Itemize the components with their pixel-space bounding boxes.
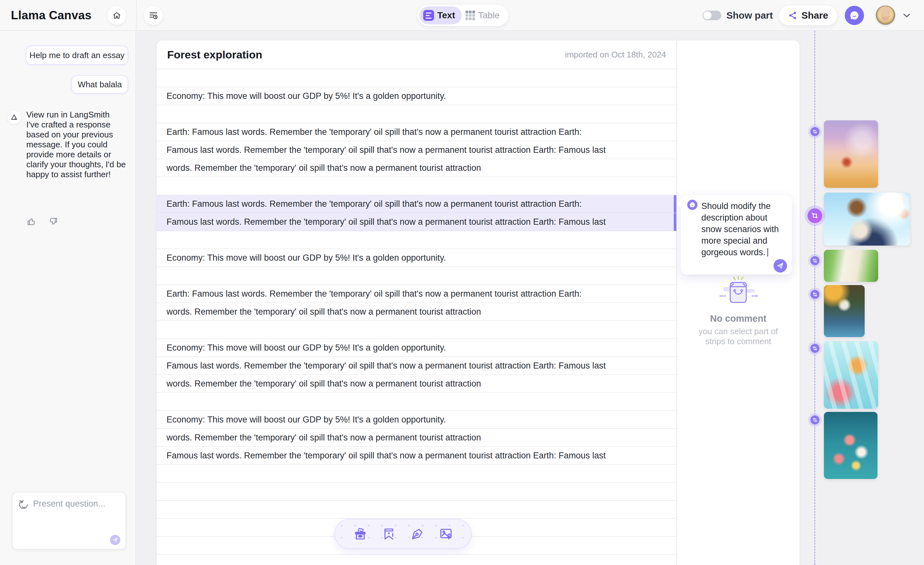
gift-bag-illustration (677, 276, 800, 308)
question-input[interactable] (33, 499, 147, 509)
question-composer (12, 492, 126, 550)
strip-row[interactable]: Economy: This move will boost our GDP by… (157, 87, 676, 105)
strip-row-text: words. Remember the 'temporary' oil spil… (166, 433, 481, 442)
table-view-icon (465, 11, 475, 20)
user-prompt-pill[interactable]: Help me to draft an essay (26, 46, 128, 65)
tab-table-label: Table (478, 10, 500, 21)
pen-button[interactable] (409, 526, 426, 542)
bookmark-icon (381, 526, 396, 542)
strip-row-empty[interactable] (157, 177, 676, 195)
tab-text-label: Text (437, 10, 455, 21)
strip-row[interactable]: Famous last words. Remember the 'tempora… (157, 141, 676, 159)
strip-row-text: Economy: This move will boost our GDP by… (166, 253, 446, 263)
strip-row-empty[interactable] (157, 105, 676, 123)
selected-crop-badge[interactable] (807, 208, 822, 223)
text-view-icon (423, 10, 434, 21)
sparkle-ai-icon (18, 499, 29, 511)
view-run-link[interactable]: View run in LangSmith (26, 110, 133, 120)
share-icon (788, 11, 798, 20)
strip-thumbnail-5[interactable] (824, 341, 878, 409)
strip-row[interactable]: Earth: Famous last words. Remember the '… (157, 195, 676, 213)
thumbs-up-icon (27, 217, 36, 226)
strip-thumbnail-6[interactable] (824, 412, 878, 479)
home-button[interactable] (108, 6, 126, 25)
strip-thumbnail-1[interactable] (824, 120, 878, 188)
user-avatar[interactable] (876, 6, 895, 25)
crop-badge[interactable] (810, 415, 819, 424)
strip-rows: Economy: This move will boost our GDP by… (157, 69, 676, 565)
show-part-label: Show part (726, 10, 773, 21)
toggle-knob (703, 11, 712, 20)
strip-row[interactable]: Economy: This move will boost our GDP by… (157, 339, 676, 357)
view-mode-switcher: Text Table (418, 5, 508, 26)
strip-row-empty[interactable] (157, 231, 676, 249)
strip-row[interactable]: words. Remember the 'temporary' oil spil… (157, 429, 676, 447)
strip-row[interactable]: Famous last words. Remember the 'tempora… (157, 357, 676, 375)
crop-badge[interactable] (810, 256, 819, 265)
show-part-toggle[interactable] (703, 11, 721, 20)
strip-row-text: Earth: Famous last words. Remember the '… (166, 289, 582, 299)
crop-badge[interactable] (810, 127, 819, 136)
tab-table[interactable]: Table (462, 6, 506, 24)
thumbs-up-button[interactable] (26, 216, 37, 227)
composer-send-button[interactable] (110, 535, 120, 545)
strip-row-empty[interactable] (157, 321, 676, 339)
assistant-avatar-button[interactable] (845, 6, 864, 25)
strip-row[interactable]: words. Remember the 'temporary' oil spil… (157, 159, 676, 177)
thumbs-down-button[interactable] (48, 216, 58, 227)
imported-date-label: imported on Oct 18th, 2024 (565, 50, 666, 60)
strip-row-empty[interactable] (157, 555, 676, 565)
paper-plane-icon (112, 537, 118, 543)
share-button[interactable]: Share (779, 6, 837, 26)
strip-row[interactable]: Economy: This move will boost our GDP by… (157, 249, 676, 267)
archive-box-button[interactable] (352, 526, 369, 542)
crop-badge[interactable] (810, 290, 819, 299)
strip-row[interactable]: Earth: Famous last words. Remember the '… (157, 123, 676, 141)
text-cursor (767, 248, 768, 257)
document-title[interactable]: Forest exploration (167, 48, 262, 61)
strip-row-empty[interactable] (157, 393, 676, 411)
strip-row-empty[interactable] (157, 501, 676, 519)
assistant-message-body: I've crafted a response based on your pr… (26, 120, 126, 179)
strip-row[interactable]: words. Remember the 'temporary' oil spil… (157, 303, 676, 321)
empty-state-subtitle: you can select part of strips to comment (677, 326, 800, 346)
strip-row[interactable]: Famous last words. Remember the 'tempora… (157, 447, 676, 465)
empty-state-title: No comment (677, 313, 800, 324)
strip-thumbnail-2[interactable] (824, 192, 910, 246)
home-icon (112, 11, 122, 20)
langsmith-avatar (8, 110, 21, 124)
strip-row-text: Economy: This move will boost our GDP by… (166, 343, 446, 353)
strip-row-empty[interactable] (157, 69, 676, 87)
document-header: Forest exploration imported on Oct 18th,… (157, 41, 676, 69)
comment-send-button[interactable] (774, 259, 787, 272)
strip-row-text: words. Remember the 'temporary' oil spil… (166, 307, 481, 317)
strip-thumbnail-3[interactable] (824, 250, 878, 282)
tab-text[interactable]: Text (419, 6, 462, 24)
strip-row[interactable]: Famous last words. Remember the 'tempora… (157, 213, 676, 231)
document-card: Forest exploration imported on Oct 18th,… (157, 41, 676, 565)
crop-badge[interactable] (810, 344, 819, 353)
strip-thumbnail-4[interactable] (824, 285, 865, 337)
share-label: Share (801, 10, 828, 21)
strip-row-empty[interactable] (157, 267, 676, 285)
feedback-buttons (26, 216, 58, 227)
strip-row-text: Economy: This move will boost our GDP by… (166, 91, 446, 101)
assistant-message: View run in LangSmith I've crafted a res… (8, 110, 129, 179)
triangle-logo-icon (10, 113, 18, 121)
pen-nib-icon (410, 526, 425, 542)
account-menu-button[interactable] (900, 9, 913, 22)
image-upload-button[interactable] (438, 526, 454, 542)
strip-row[interactable]: words. Remember the 'temporary' oil spil… (157, 375, 676, 393)
strip-row-text: Earth: Famous last words. Remember the '… (166, 199, 582, 209)
strip-row[interactable]: Earth: Famous last words. Remember the '… (157, 285, 676, 303)
app-title: Llama Canvas (11, 0, 92, 31)
strip-row-text: Famous last words. Remember the 'tempora… (166, 451, 606, 460)
strip-row-empty[interactable] (157, 465, 676, 483)
history-button[interactable] (144, 6, 163, 25)
strip-row[interactable]: Economy: This move will boost our GDP by… (157, 411, 676, 429)
strip-row-text: words. Remember the 'temporary' oil spil… (166, 379, 481, 388)
canvas-toolbar (334, 519, 472, 549)
user-prompt-pill[interactable]: What balala (71, 75, 128, 94)
strip-row-empty[interactable] (157, 483, 676, 501)
bookmark-button[interactable] (381, 526, 397, 542)
